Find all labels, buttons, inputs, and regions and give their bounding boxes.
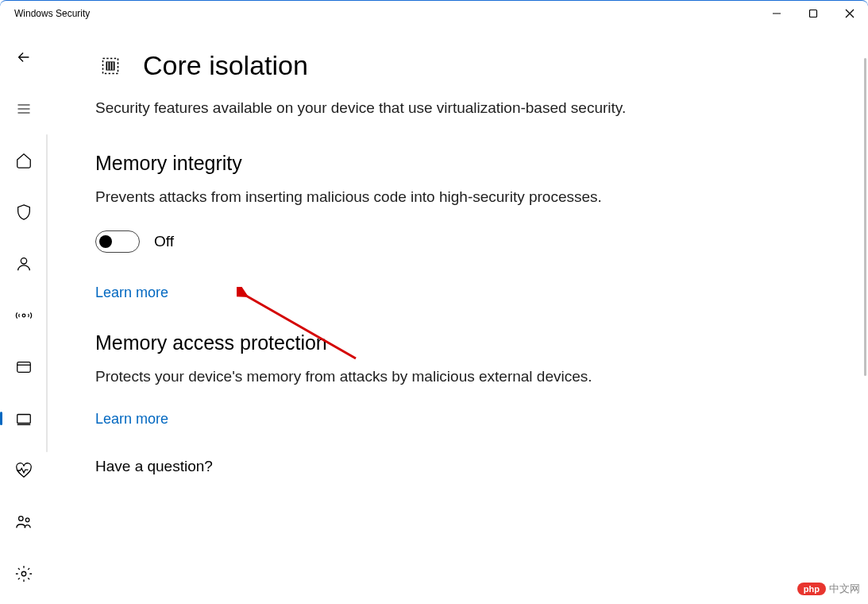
main-content: Core isolation Security features availab… [48, 26, 868, 604]
memory-integrity-toggle[interactable] [95, 230, 140, 253]
sidebar [0, 26, 48, 604]
titlebar: Windows Security [0, 1, 868, 26]
gear-icon [15, 565, 33, 583]
browser-icon [15, 358, 33, 376]
svg-point-7 [21, 257, 26, 263]
page-subtitle: Security features available on your devi… [95, 97, 667, 120]
memory-access-learn-more-link[interactable]: Learn more [95, 411, 168, 427]
maximize-button[interactable] [795, 1, 831, 26]
account-icon [15, 255, 33, 273]
family-icon [15, 513, 33, 531]
watermark-text: 中文网 [829, 582, 860, 596]
sidebar-item-app-browser[interactable] [8, 352, 40, 381]
minimize-button[interactable] [758, 1, 795, 26]
watermark-badge: php [797, 583, 826, 595]
page-header: Core isolation [95, 50, 820, 81]
have-a-question: Have a question? [95, 458, 820, 475]
svg-point-14 [25, 517, 29, 521]
scrollbar[interactable] [864, 58, 866, 376]
window-controls [758, 1, 868, 26]
sidebar-item-performance[interactable] [8, 455, 40, 485]
toggle-state-label: Off [154, 233, 174, 250]
maximize-icon [808, 9, 818, 18]
shield-icon [15, 203, 33, 221]
svg-point-8 [22, 314, 25, 317]
memory-access-desc: Protects your device's memory from attac… [95, 366, 683, 389]
svg-rect-9 [17, 362, 31, 372]
page-title: Core isolation [143, 50, 308, 81]
watermark: php 中文网 [797, 582, 860, 596]
device-icon [15, 410, 33, 428]
sidebar-item-settings[interactable] [8, 559, 40, 588]
back-button[interactable] [8, 42, 40, 72]
memory-integrity-toggle-row: Off [95, 230, 820, 253]
home-icon [15, 152, 33, 169]
memory-integrity-desc: Prevents attacks from inserting maliciou… [95, 186, 683, 209]
sidebar-item-home[interactable] [8, 145, 40, 175]
svg-rect-11 [17, 414, 31, 423]
svg-point-15 [21, 571, 26, 576]
network-icon [15, 307, 33, 324]
menu-button[interactable] [8, 94, 40, 123]
sidebar-item-family[interactable] [8, 507, 40, 536]
close-button[interactable] [831, 1, 868, 26]
core-isolation-icon [95, 51, 125, 81]
sidebar-item-virus[interactable] [8, 197, 40, 226]
memory-integrity-learn-more-link[interactable]: Learn more [95, 285, 168, 300]
sidebar-item-device-security[interactable] [8, 404, 40, 433]
memory-access-section: Memory access protection Protects your d… [95, 331, 820, 428]
sidebar-item-firewall[interactable] [8, 300, 40, 330]
memory-integrity-title: Memory integrity [95, 152, 820, 175]
sidebar-item-account[interactable] [8, 249, 40, 278]
hamburger-icon [16, 101, 32, 117]
minimize-icon [772, 9, 781, 18]
memory-integrity-section: Memory integrity Prevents attacks from i… [95, 152, 820, 302]
heart-icon [15, 462, 33, 479]
memory-access-title: Memory access protection [95, 331, 820, 354]
svg-point-13 [19, 516, 23, 521]
close-icon [845, 9, 854, 18]
back-arrow-icon [15, 48, 33, 66]
toggle-knob [99, 235, 112, 248]
window-title: Windows Security [14, 8, 90, 19]
svg-rect-1 [810, 10, 817, 17]
